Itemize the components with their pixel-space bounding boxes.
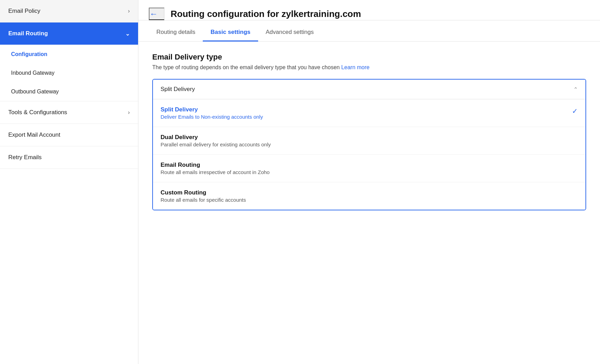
sidebar-item-email-policy[interactable]: Email Policy ›: [0, 0, 138, 22]
sidebar-item-label: Retry Emails: [8, 154, 42, 161]
tab-basic-settings[interactable]: Basic settings: [203, 24, 258, 42]
chevron-right-icon: ›: [128, 8, 130, 14]
main-header: ← Routing configuration for zylkertraini…: [138, 0, 600, 20]
option-title: Dual Delivery: [161, 134, 578, 141]
section-title: Email Delivery type: [152, 53, 586, 62]
sidebar: Email Policy › Email Routing ⌄ Configura…: [0, 0, 138, 364]
learn-more-link[interactable]: Learn more: [341, 64, 370, 70]
option-desc: Route all emails for specific accounts: [161, 197, 578, 203]
option-custom-routing[interactable]: Custom Routing Route all emails for spec…: [153, 182, 585, 210]
main-content: Email Delivery type The type of routing …: [138, 42, 600, 364]
option-split-delivery[interactable]: Split Delivery Deliver Emails to Non-exi…: [153, 99, 585, 127]
option-desc: Parallel email delivery for existing acc…: [161, 142, 578, 147]
sidebar-subitem-configuration[interactable]: Configuration: [0, 45, 138, 64]
sidebar-item-email-routing[interactable]: Email Routing ⌄: [0, 22, 138, 45]
option-desc: Route all emails irrespective of account…: [161, 169, 578, 175]
back-button[interactable]: ←: [149, 8, 164, 20]
sidebar-item-retry-emails[interactable]: Retry Emails: [0, 146, 138, 169]
sidebar-subitems: Configuration Inbound Gateway Outbound G…: [0, 45, 138, 101]
sidebar-item-label: Email Policy: [8, 8, 40, 15]
sidebar-item-label: Tools & Configurations: [8, 109, 67, 116]
delivery-type-dropdown: Split Delivery ⌃ Split Delivery Deliver …: [152, 79, 586, 210]
option-title: Split Delivery: [161, 106, 263, 113]
sidebar-item-tools-configurations[interactable]: Tools & Configurations ›: [0, 101, 138, 124]
sidebar-item-export-mail-account[interactable]: Export Mail Account: [0, 124, 138, 146]
chevron-down-icon: ⌄: [125, 30, 130, 37]
option-dual-delivery[interactable]: Dual Delivery Parallel email delivery fo…: [153, 127, 585, 155]
check-icon: ✓: [572, 107, 578, 115]
dropdown-current-value: Split Delivery: [161, 86, 195, 93]
tab-advanced-settings[interactable]: Advanced settings: [258, 24, 321, 42]
chevron-up-icon: ⌃: [573, 86, 578, 93]
dropdown-options: Split Delivery Deliver Emails to Non-exi…: [153, 99, 585, 210]
option-title: Custom Routing: [161, 189, 578, 196]
sidebar-item-label: Email Routing: [8, 30, 48, 37]
option-desc: Deliver Emails to Non-existing accounts …: [161, 114, 263, 120]
section-desc: The type of routing depends on the email…: [152, 64, 586, 71]
option-email-routing[interactable]: Email Routing Route all emails irrespect…: [153, 155, 585, 182]
dropdown-header[interactable]: Split Delivery ⌃: [153, 80, 585, 99]
sidebar-subitem-outbound-gateway[interactable]: Outbound Gateway: [0, 82, 138, 101]
option-title: Email Routing: [161, 162, 578, 169]
tab-bar: Routing details Basic settings Advanced …: [138, 24, 600, 42]
main-content-area: ← Routing configuration for zylkertraini…: [138, 0, 600, 364]
tab-routing-details[interactable]: Routing details: [149, 24, 203, 42]
sidebar-item-label: Export Mail Account: [8, 131, 60, 138]
sidebar-subitem-inbound-gateway[interactable]: Inbound Gateway: [0, 64, 138, 82]
page-title: Routing configuration for zylkertraining…: [171, 9, 361, 19]
chevron-right-icon: ›: [128, 109, 130, 116]
